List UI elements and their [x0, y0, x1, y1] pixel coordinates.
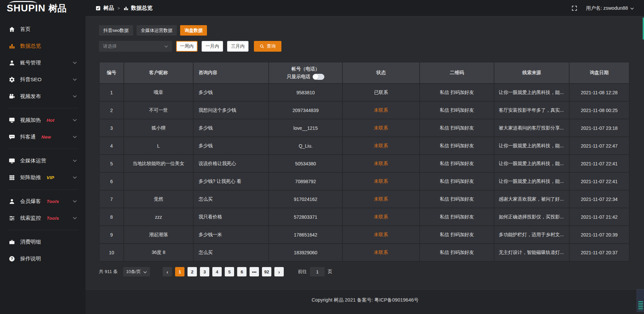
sidebar-item-label: 消费明细: [20, 239, 41, 246]
filter-select[interactable]: 请选择: [99, 41, 172, 52]
wallet-icon: [9, 239, 15, 245]
data-tabs: 抖音seo数据 全媒体运营数据 询盘数据: [99, 25, 630, 36]
page-button[interactable]: 4: [212, 267, 222, 276]
next-page-button[interactable]: ›: [274, 267, 284, 276]
app-square-icon: [96, 6, 101, 11]
lead-source-link[interactable]: 被大家追着问的客厅投影分享...: [494, 119, 569, 137]
sidebar-divider: [7, 189, 78, 190]
status-badge: 未联系: [342, 244, 420, 261]
query-button[interactable]: 查询: [254, 41, 281, 52]
user-icon: [9, 60, 15, 66]
page-button[interactable]: 6: [237, 267, 247, 276]
sliders-icon: [9, 215, 15, 221]
page-button[interactable]: 2: [187, 267, 197, 276]
tab-media-ops-data[interactable]: 全媒体运营数据: [137, 25, 177, 36]
sidebar-item-video-heat[interactable]: 视频加热 Hot: [0, 112, 86, 128]
cell-content: 多少钱: [193, 119, 269, 137]
table-row: 10 36度 8 怎么买 183929060 未联系 私信 扫码加好友 无主灯设…: [99, 244, 629, 261]
sidebar-item-media-ops[interactable]: 全媒体运营: [0, 152, 86, 169]
header-content: 咨询内容: [193, 62, 269, 84]
cell-nickname: 36度 8: [124, 244, 193, 261]
status-badge: 已联系: [342, 84, 420, 101]
page-button[interactable]: •••: [250, 267, 259, 276]
sidebar-item-account-mgmt[interactable]: 账号管理: [0, 54, 86, 71]
tab-inquiry-data[interactable]: 询盘数据: [180, 25, 207, 36]
qr-friend-link[interactable]: 私信 扫码加好友: [420, 172, 494, 190]
sidebar-item-label: 会员爆客: [20, 198, 41, 205]
qr-friend-link[interactable]: 私信 扫码加好友: [420, 137, 494, 155]
floating-widget[interactable]: [637, 289, 644, 312]
range-week-button[interactable]: 一周内: [176, 41, 198, 52]
sidebar-item-douyin-seo[interactable]: 抖音SEO: [0, 71, 86, 88]
chevron-down-icon: [73, 95, 77, 98]
lead-source-link[interactable]: 让你一眼就爱上的黑科技，能...: [494, 84, 569, 101]
breadcrumb-current[interactable]: 数据总览: [131, 5, 153, 12]
status-badge: 未联系: [342, 208, 420, 226]
page-button[interactable]: 92: [262, 267, 271, 276]
sidebar-item-spend-detail[interactable]: 消费明细: [0, 233, 86, 250]
qr-friend-link[interactable]: 私信 扫码加好友: [420, 155, 494, 172]
sidebar-item-lead-monitor[interactable]: 线索监控 Tools: [0, 210, 86, 226]
cell-serial: 9: [99, 226, 124, 244]
new-badge: New: [42, 135, 51, 140]
sidebar-divider: [7, 230, 78, 230]
topbar-right: 用户名: zswodun88: [572, 5, 644, 11]
home-icon: [9, 26, 15, 33]
inquiry-table: 编号 客户昵称 咨询内容 帐号（电话） 只显示电话 状态 二维码 线索来源: [99, 62, 630, 262]
user-label: 用户名: zswodun88: [586, 5, 628, 11]
qr-friend-link[interactable]: 私信 扫码加好友: [420, 208, 494, 226]
cell-nickname: L: [124, 137, 193, 155]
qr-friend-link[interactable]: 私信 扫码加好友: [420, 244, 494, 261]
prev-page-button[interactable]: ‹: [163, 267, 172, 276]
sidebar-item-member-burst[interactable]: 会员爆客 Tools: [0, 193, 86, 210]
qr-friend-link[interactable]: 私信 扫码加好友: [420, 190, 494, 208]
sidebar-item-video-publish[interactable]: 视频发布: [0, 88, 86, 105]
sidebar-item-home[interactable]: 首页: [0, 21, 86, 38]
range-month-button[interactable]: 一月内: [202, 41, 223, 52]
qr-friend-link[interactable]: 私信 扫码加好友: [420, 101, 494, 119]
page-button[interactable]: 1: [175, 267, 184, 276]
copyright-text: Copyright 树品 2021 备案号: 粤ICP备09019646号: [312, 297, 419, 303]
lead-source-link[interactable]: 如何正确选择投影仪，买投影...: [494, 208, 569, 226]
lead-source-link[interactable]: 无主灯设计，智能磁吸轨道灯...: [494, 244, 569, 261]
lead-source-link[interactable]: 让你一眼就爱上的黑科技，能...: [494, 137, 569, 155]
chevron-left-icon: ‹: [167, 269, 168, 274]
cell-serial: 8: [99, 208, 124, 226]
fullscreen-icon[interactable]: [572, 5, 577, 11]
status-badge: 未联系: [342, 101, 420, 119]
lead-source-link[interactable]: 多功能护栏灯，适用于乡村文...: [494, 226, 569, 244]
header-lead-source: 线索来源: [494, 62, 569, 84]
sidebar-item-douketong[interactable]: 抖客通 New: [0, 128, 86, 145]
screen-icon: [9, 117, 15, 123]
page-button[interactable]: 3: [200, 267, 209, 276]
cell-content: 多少钱: [193, 137, 269, 155]
table-row: 8 zzz 我只看价格 572803371 未联系 私信 扫码加好友 如何正确选…: [99, 208, 629, 226]
header-qrcode: 二维码: [420, 62, 494, 84]
hot-badge: Hot: [47, 118, 54, 123]
sidebar-item-label: 账号管理: [20, 59, 41, 66]
qr-friend-link[interactable]: 私信 扫码加好友: [420, 226, 494, 244]
cell-date: 2021-11-07 20:37: [569, 244, 629, 261]
scrollbar-thumb[interactable]: [643, 17, 644, 40]
user-menu[interactable]: 用户名: zswodun88: [586, 5, 634, 11]
page-button[interactable]: 5: [225, 267, 234, 276]
tab-douyin-seo-data[interactable]: 抖音seo数据: [99, 25, 133, 36]
member-icon: [9, 198, 15, 205]
sidebar-item-help[interactable]: ? 操作说明: [0, 250, 86, 267]
sidebar-item-data-overview[interactable]: 数据总览: [0, 38, 86, 54]
lead-source-link[interactable]: 让你一眼就爱上的黑科技，能...: [494, 172, 569, 190]
cell-serial: 2: [99, 101, 124, 119]
qr-friend-link[interactable]: 私信 扫码加好友: [420, 84, 494, 101]
lead-source-link[interactable]: 感谢大家喜欢我家，被问了好...: [494, 190, 569, 208]
page-size-select[interactable]: 10条/页: [123, 267, 150, 276]
select-placeholder: 请选择: [103, 43, 117, 49]
qr-friend-link[interactable]: 私信 扫码加好友: [420, 119, 494, 137]
phone-only-toggle[interactable]: [313, 74, 324, 80]
goto-page-input[interactable]: [310, 267, 325, 276]
lead-source-link[interactable]: 客厅安装投影半年多了，真实...: [494, 101, 569, 119]
sidebar-item-matrix-boost[interactable]: 矩阵助推 VIP: [0, 169, 86, 186]
breadcrumb-root[interactable]: 树品: [103, 5, 114, 12]
range-quarter-button[interactable]: 三月内: [227, 41, 249, 52]
footer: Copyright 树品 2021 备案号: 粤ICP备09019646号: [86, 289, 644, 314]
lead-source-link[interactable]: 让你一眼就爱上的黑科技，能...: [494, 155, 569, 172]
